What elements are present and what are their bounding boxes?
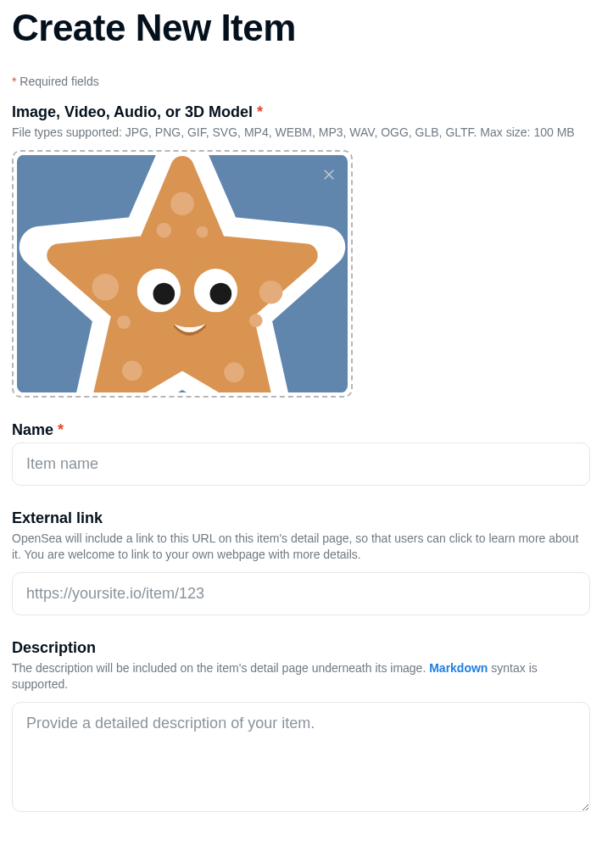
media-preview bbox=[17, 155, 348, 392]
svg-point-11 bbox=[224, 362, 244, 382]
name-input[interactable] bbox=[12, 442, 590, 486]
external-link-label: External link bbox=[12, 509, 590, 527]
name-required-star: * bbox=[58, 421, 64, 438]
description-field: Description The description will be incl… bbox=[12, 639, 590, 815]
remove-media-button[interactable] bbox=[317, 162, 341, 186]
svg-point-6 bbox=[117, 315, 131, 329]
svg-point-4 bbox=[259, 280, 283, 303]
media-label-text: Image, Video, Audio, or 3D Model bbox=[12, 103, 257, 120]
required-fields-note: * Required fields bbox=[12, 75, 590, 88]
external-link-field: External link OpenSea will include a lin… bbox=[12, 509, 590, 615]
external-link-help: OpenSea will include a link to this URL … bbox=[12, 531, 590, 564]
description-label: Description bbox=[12, 639, 590, 657]
description-help-pre: The description will be included on the … bbox=[12, 661, 429, 675]
starfish-image bbox=[17, 155, 348, 392]
description-textarea[interactable] bbox=[12, 702, 590, 812]
external-link-input[interactable] bbox=[12, 572, 590, 615]
svg-point-8 bbox=[156, 222, 171, 237]
required-fields-text: Required fields bbox=[16, 75, 98, 88]
svg-point-5 bbox=[249, 314, 263, 327]
svg-point-10 bbox=[122, 360, 142, 381]
svg-point-3 bbox=[92, 274, 120, 301]
svg-point-9 bbox=[197, 225, 209, 237]
media-field: Image, Video, Audio, or 3D Model * File … bbox=[12, 103, 590, 398]
description-help: The description will be included on the … bbox=[12, 660, 590, 693]
svg-point-13 bbox=[153, 282, 175, 304]
media-upload-dropzone[interactable] bbox=[12, 150, 353, 398]
media-label: Image, Video, Audio, or 3D Model * bbox=[12, 103, 590, 121]
svg-point-7 bbox=[170, 192, 194, 215]
media-help-text: File types supported: JPG, PNG, GIF, SVG… bbox=[12, 125, 590, 142]
name-label-text: Name bbox=[12, 421, 58, 438]
media-required-star: * bbox=[257, 103, 263, 120]
markdown-link[interactable]: Markdown bbox=[429, 661, 488, 675]
svg-point-15 bbox=[210, 282, 232, 304]
page-title: Create New Item bbox=[12, 7, 590, 49]
name-field: Name * bbox=[12, 421, 590, 486]
close-icon bbox=[321, 166, 337, 181]
name-label: Name * bbox=[12, 421, 590, 439]
